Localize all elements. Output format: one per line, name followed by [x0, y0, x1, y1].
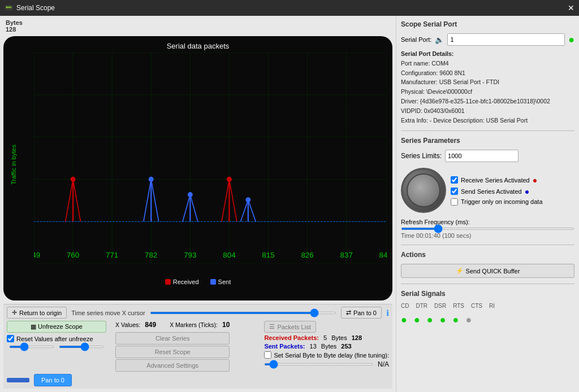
- received-packets-row: Received Packets: 5 Bytes 128: [264, 334, 389, 341]
- x-values-value: 849: [145, 321, 156, 329]
- controls-section: ✛ Return to origin Time series move X cu…: [3, 304, 392, 389]
- checkboxes-area: Receive Series Activated ● Send Series A…: [451, 176, 543, 206]
- receive-series-row: Receive Series Activated ●: [451, 176, 543, 185]
- sent-packets-count: 13: [310, 343, 317, 350]
- chart-svg: 128.0 96.0 64.0 32.0 0.0 749 760 771 782…: [34, 53, 387, 264]
- signals-dots: ● ● ● ● ● ●: [401, 314, 574, 326]
- sent-packets-label: Sent Packets:: [264, 343, 305, 350]
- legend-received: Received: [173, 278, 199, 285]
- reset-values-checkbox[interactable]: [7, 335, 14, 342]
- legend-sent: Sent: [218, 278, 231, 285]
- send-dot: ●: [525, 187, 529, 196]
- port-details: Serial Port Details: Port name: COM4 Con…: [401, 49, 574, 125]
- y-axis-label: Traffic in bytes: [10, 53, 17, 277]
- refresh-slider[interactable]: [401, 228, 574, 230]
- send-series-checkbox[interactable]: [451, 188, 458, 195]
- series-limits-input[interactable]: [445, 150, 518, 162]
- trigger-incoming-label: Trigger only on incoming data: [461, 198, 543, 205]
- close-button[interactable]: ✕: [568, 3, 574, 12]
- chart-legend: Received Sent: [9, 278, 387, 285]
- slider-row: [7, 345, 106, 349]
- time-series-label: Time series move X cursor: [71, 310, 145, 316]
- serial-delay-slider[interactable]: [264, 363, 373, 365]
- sig-label-ri: RI: [489, 303, 495, 309]
- packets-list-button[interactable]: ☰ Packets List: [264, 321, 316, 333]
- title-bar: 📟 Serial Scope ✕: [0, 0, 579, 16]
- pan-to-0-button-bottom[interactable]: Pan to 0: [34, 374, 72, 386]
- sig-dot-dsr: ●: [427, 314, 433, 326]
- svg-text:837: 837: [340, 251, 353, 259]
- reset-scope-button[interactable]: Reset Scope: [115, 346, 230, 358]
- sig-dot-rts: ●: [440, 314, 446, 326]
- sig-dot-dtr: ●: [414, 314, 420, 326]
- send-series-label: Send Series Activated: [461, 188, 522, 195]
- pan-to-0-button-top[interactable]: ⇄ Pan to 0: [341, 307, 382, 319]
- trigger-incoming-checkbox[interactable]: [451, 198, 458, 206]
- bytes-value: 128: [6, 26, 16, 33]
- signals-title: Serial Signals: [401, 290, 574, 298]
- clear-series-button[interactable]: Clear Series: [115, 332, 230, 345]
- pan-icon-top: ⇄: [346, 309, 351, 316]
- sent-bytes-label: Bytes: [321, 343, 337, 350]
- serial-port-input[interactable]: [447, 33, 565, 46]
- info-icon: ℹ: [386, 308, 389, 317]
- sig-label-dtr: DTR: [416, 303, 427, 309]
- list-icon: ☰: [269, 323, 275, 330]
- svg-text:793: 793: [184, 251, 196, 259]
- return-origin-button[interactable]: ✛ Return to origin: [7, 307, 67, 319]
- send-series-row: Send Series Activated ●: [451, 187, 543, 196]
- svg-text:760: 760: [67, 251, 79, 259]
- receive-dot: ●: [533, 176, 537, 185]
- reset-values-label: Reset Values after unfreeze: [16, 336, 93, 342]
- sent-bytes: 253: [341, 343, 351, 350]
- serial-delay-label: Set Serial Byte to Byte delay (fine tuni…: [274, 352, 389, 359]
- app-icon: 📟: [5, 4, 13, 12]
- scope-serial-port-title: Scope Serial Port: [401, 20, 574, 28]
- connected-dot: ●: [568, 34, 574, 45]
- unfreeze-scope-button[interactable]: ▦ Unfreeze Scope: [7, 321, 106, 333]
- serial-port-row: Serial Port: 🔈 ●: [401, 33, 574, 46]
- sig-dot-ri: ●: [465, 314, 472, 326]
- chart-title: Serial data packets: [9, 42, 387, 50]
- advanced-settings-button[interactable]: Advanced Settings: [115, 359, 230, 372]
- serial-delay-checkbox[interactable]: [264, 351, 271, 359]
- chart-container: Serial data packets Traffic in bytes: [3, 36, 392, 300]
- refresh-section: Refresh Frequency (ms): Time 00:01:40 (1…: [401, 219, 574, 239]
- actions-title: Actions: [401, 251, 574, 259]
- svg-text:849: 849: [379, 251, 387, 259]
- crosshair-icon: ✛: [12, 309, 17, 316]
- sig-label-cd: CD: [401, 303, 409, 309]
- sig-dot-cts: ●: [453, 314, 459, 326]
- received-packets-label: Received Packets:: [264, 334, 319, 341]
- x-values-label: X Values:: [115, 321, 140, 328]
- right-panel: Scope Serial Port Serial Port: 🔈 ● Seria…: [396, 16, 579, 392]
- x-markers-label: X Markers (Ticks):: [170, 321, 218, 328]
- svg-text:749: 749: [34, 251, 40, 259]
- divider-1: [401, 130, 574, 131]
- window-title: Serial Scope: [16, 4, 55, 12]
- svg-text:771: 771: [106, 251, 118, 259]
- series-limits-label: Series Limits:: [401, 152, 442, 160]
- send-quick-buffer-button[interactable]: ⚡ Send QUICK Buffer: [401, 264, 574, 278]
- pan-indicator: [7, 378, 29, 382]
- time-series-slider[interactable]: [150, 312, 336, 314]
- reset-values-row: Reset Values after unfreeze: [7, 335, 106, 342]
- sent-packets-row: Sent Packets: 13 Bytes 253: [264, 343, 389, 350]
- divider-2: [401, 245, 574, 245]
- svg-text:804: 804: [223, 251, 236, 259]
- receive-series-checkbox[interactable]: [451, 176, 458, 184]
- series-params-title: Series Parameters: [401, 137, 574, 145]
- sig-label-cts: CTS: [471, 303, 482, 309]
- received-packets-count: 5: [323, 334, 327, 341]
- serial-delay-row: Set Serial Byte to Byte delay (fine tuni…: [264, 351, 389, 359]
- svg-text:815: 815: [262, 251, 274, 259]
- speaker-icon: 🔈: [435, 36, 444, 44]
- received-bytes: 128: [352, 334, 362, 341]
- svg-text:782: 782: [145, 251, 157, 259]
- knob-area: Receive Series Activated ● Send Series A…: [401, 168, 574, 213]
- series-knob[interactable]: [401, 168, 446, 213]
- slider-1[interactable]: [9, 346, 54, 348]
- signals-labels: CD DTR DSR RTS CTS RI: [401, 303, 574, 309]
- slider-2[interactable]: [59, 346, 104, 348]
- divider-3: [401, 284, 574, 284]
